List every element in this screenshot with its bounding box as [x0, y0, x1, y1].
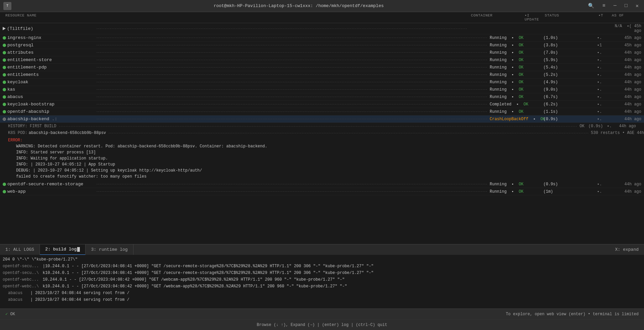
history-ok: OK [580, 124, 584, 129]
resource-row-selected[interactable]: abacship-backend .: CrashLoopBackOff ▪ O… [0, 115, 644, 123]
resource-label: postgresql [7, 43, 34, 48]
nav-bar: Browse (↓ ↑), Expand (→) | (enter) log |… [0, 319, 644, 330]
status-value: Running ▪ OK [490, 109, 543, 114]
timing-value: (9.0s) [543, 87, 597, 92]
error-line: WARNING: Detected container restart. Pod… [0, 144, 644, 150]
resource-row[interactable]: entitlement-store Running ▪ OK (5.9s) ▪.… [0, 56, 644, 64]
separator-line [97, 191, 487, 192]
resource-row[interactable]: opentdf-abacship Running ▪ OK (1.1s) ▪. … [0, 108, 644, 115]
status-dot-icon [3, 103, 6, 106]
error-line: failed to create fsnotify watcher: too m… [0, 174, 644, 180]
restarts-info: 530 restarts • AGE 44h [591, 131, 644, 135]
resource-label: web-app [7, 189, 26, 194]
separator-line [97, 52, 487, 53]
resource-name: (Tiltfile) [0, 26, 94, 31]
close-button[interactable]: ✕ [634, 2, 641, 10]
expand-button[interactable]: X: expand [610, 247, 644, 252]
window-title: root@mkh-HP-Pavilion-Laptop-15-cw1xxx: /… [11, 3, 586, 8]
asof-value: N/A ▪( 45h ago [610, 24, 644, 33]
log-prefix: opentdf-webc... [3, 277, 41, 282]
separator-line [97, 184, 487, 184]
k8s-pod-value: abacship-backend-658ccbb9b-88psv [29, 131, 106, 135]
tab-all-logs[interactable]: 1: ALL LOGS [0, 244, 40, 255]
resource-label: kas [7, 87, 15, 92]
timing-value: (5.9s) [543, 58, 597, 62]
asof-col-header: AS OF [612, 13, 639, 21]
resource-label: keycloak-bootstrap [7, 102, 54, 107]
log-text: |10.244.0.1 - - [27/Oct/2023:04:08:41 +0… [43, 264, 374, 269]
resource-row[interactable]: entitlements Running ▪ OK (5.2s) ▪. 44h … [0, 71, 644, 79]
resource-decoration: .: [52, 116, 57, 122]
status-dot-icon [3, 190, 6, 193]
title-bar-controls: 🔍 ≡ ─ □ ✕ [586, 2, 641, 10]
asof-value: 44h ago [610, 117, 644, 122]
minimize-button[interactable]: ─ [611, 2, 619, 9]
t-value: ▪. [597, 117, 610, 122]
separator-line [97, 104, 487, 104]
error-label: ERROR: [0, 137, 644, 144]
resource-name: abacship-backend .: [0, 116, 94, 122]
asof-value: 44h ago [610, 182, 644, 187]
t-value: ▪. [597, 109, 610, 114]
resource-row[interactable]: ingress-nginx Running ▪ OK (1.0s) ▪. 45h… [0, 34, 644, 42]
resource-row[interactable]: keycloak-bootstrap Completed ▪ OK (6.2s)… [0, 101, 644, 108]
status-dot-icon [3, 73, 6, 77]
resource-list: (Tiltfile) N/A ▪( 45h ago ingress-nginx … [0, 23, 644, 244]
search-button[interactable]: 🔍 [586, 2, 596, 10]
title-bar-left: T [3, 2, 11, 10]
separator-line [97, 60, 487, 60]
separator-line [97, 45, 487, 45]
status-dot-icon [3, 95, 6, 99]
resource-name: keycloak [0, 80, 94, 85]
timing-value: (1.1s) [543, 109, 597, 114]
resource-row[interactable]: keycloak Running ▪ OK (4.9s) ▪. 44h ago [0, 79, 644, 86]
resource-row[interactable]: (Tiltfile) N/A ▪( 45h ago [0, 23, 644, 34]
separator-line [97, 82, 487, 82]
status-value: Running ▪ OK [490, 58, 543, 62]
resource-row[interactable]: attributes Running ▪ OK (7.0s) ▪. 44h ag… [0, 49, 644, 56]
t-value: ▪. [597, 65, 610, 70]
resource-name: postgresql [0, 43, 94, 48]
t-value: ▪. [597, 50, 610, 55]
status-dot-icon [3, 183, 6, 186]
log-text: 10.244.0.1 - - [27/Oct/2023:04:08:42 +00… [43, 277, 344, 282]
error-line: DEBUG: | 2023-10-27 04:05:12 | Setting u… [0, 168, 644, 174]
resource-row[interactable]: entitlement-pdp Running ▪ OK (5.4s) ▪. 4… [0, 64, 644, 71]
resource-name: entitlement-store [0, 57, 94, 62]
resource-label: (Tiltfile) [7, 26, 33, 31]
resource-row[interactable]: postgresql Running ▪ OK (3.8s) ▪1 45h ag… [0, 42, 644, 49]
menu-button[interactable]: ≡ [600, 2, 607, 9]
resource-row[interactable]: opentdf-secure-remote-storage Running ▪ … [0, 181, 644, 188]
tab-runtime-log[interactable]: 3: runtime log [86, 244, 133, 255]
maximize-button[interactable]: □ [623, 2, 630, 9]
asof-value: 44h ago [610, 109, 644, 114]
resource-row[interactable]: web-app Running ▪ OK (1m) ▪. 44h ago [0, 188, 644, 195]
resource-row[interactable]: kas Running ▪ OK (9.0s) ▪. 44h ago [0, 86, 644, 93]
asof-value: 44h ago [610, 65, 644, 70]
resource-label: opentdf-abacship [7, 109, 49, 114]
separator-line [97, 29, 467, 29]
status-message: To explore, open web view (enter) • term… [506, 312, 639, 317]
log-line: abacus | 2023/10/27 04:08:44 serving roo… [0, 290, 644, 296]
log-source: abacus [3, 297, 28, 302]
resource-label: opentdf-secure-remote-storage [7, 182, 83, 187]
status-dot-icon [3, 110, 6, 113]
tab-build-log[interactable]: 2: build log [40, 244, 86, 255]
resource-label: entitlements [7, 72, 39, 77]
timing-value: (3.8s) [543, 43, 597, 48]
log-tabs: 1: ALL LOGS 2: build log 3: runtime log … [0, 244, 644, 255]
k8s-pod-label: K8S POD: [8, 131, 28, 135]
status-col-header: STATUS [545, 13, 598, 21]
log-text: k10.244.0.1 - - [27/Oct/2023:04:08:42 +0… [43, 284, 347, 289]
t-value: ▪. [597, 58, 610, 62]
ok-label: OK [10, 312, 15, 317]
container-col-header: CONTAINER [471, 13, 525, 21]
log-prefix: opentdf-secu..\ [3, 271, 39, 275]
timing-value: (0.9s) [543, 182, 597, 187]
play-icon [3, 27, 6, 30]
status-value: Running ▪ OK [490, 95, 543, 99]
resource-row[interactable]: abacus Running ▪ OK (6.7s) ▪. 44h ago [0, 93, 644, 101]
column-headers: RESOURCE NAME CONTAINER ▪I UPDATE STATUS… [0, 12, 644, 23]
error-line: INFO: Started server process [13] [0, 150, 644, 156]
log-area: 204 0 \"-\" \"kube-probe/1.27\" opentdf-… [0, 255, 644, 309]
